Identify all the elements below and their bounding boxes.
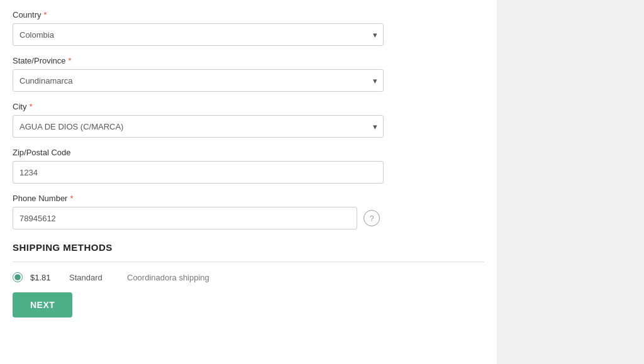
phone-input[interactable] [13,207,357,229]
country-select-wrapper: Colombia United States Mexico Argentina … [13,23,384,46]
country-required: * [44,10,47,19]
zip-label-text: Zip/Postal Code [13,148,71,157]
state-label: State/Province * [13,56,484,65]
phone-required: * [70,194,73,203]
zip-label: Zip/Postal Code [13,148,484,157]
state-select-wrapper: Cundinamarca Antioquia Valle del Cauca B… [13,69,384,92]
state-required: * [69,56,72,65]
city-group: City * AGUA DE DIOS (C/MARCA) Bogotá Med… [13,102,484,138]
main-content: Country * Colombia United States Mexico … [0,0,497,364]
phone-label-text: Phone Number [13,194,67,203]
state-group: State/Province * Cundinamarca Antioquia … [13,56,484,92]
zip-group: Zip/Postal Code [13,148,484,184]
country-label-text: Country [13,10,42,19]
country-group: Country * Colombia United States Mexico … [13,10,484,46]
country-label: Country * [13,10,484,19]
country-select[interactable]: Colombia United States Mexico Argentina … [13,23,384,46]
shipping-label: Standard [69,273,119,282]
shipping-title: SHIPPING METHODS [13,242,484,253]
shipping-option: $1.81 Standard Coordinadora shipping [13,272,484,282]
city-label: City * [13,102,484,111]
next-button[interactable]: NEXT [13,292,72,317]
state-select[interactable]: Cundinamarca Antioquia Valle del Cauca B… [13,69,384,92]
phone-row: ? [13,207,484,229]
shipping-section: SHIPPING METHODS $1.81 Standard Coordina… [13,242,484,282]
sidebar [497,0,644,364]
city-label-text: City [13,102,26,111]
state-label-text: State/Province [13,56,66,65]
shipping-price: $1.81 [30,273,62,282]
city-select[interactable]: AGUA DE DIOS (C/MARCA) Bogotá Medellín C… [13,115,384,138]
shipping-divider [13,262,484,262]
shipping-carrier: Coordinadora shipping [127,273,209,282]
phone-help-icon[interactable]: ? [364,210,380,226]
city-select-wrapper: AGUA DE DIOS (C/MARCA) Bogotá Medellín C… [13,115,384,138]
zip-input[interactable] [13,161,384,184]
city-required: * [29,102,32,111]
shipping-radio[interactable] [13,272,23,282]
phone-label: Phone Number * [13,194,484,203]
phone-group: Phone Number * ? [13,194,484,229]
